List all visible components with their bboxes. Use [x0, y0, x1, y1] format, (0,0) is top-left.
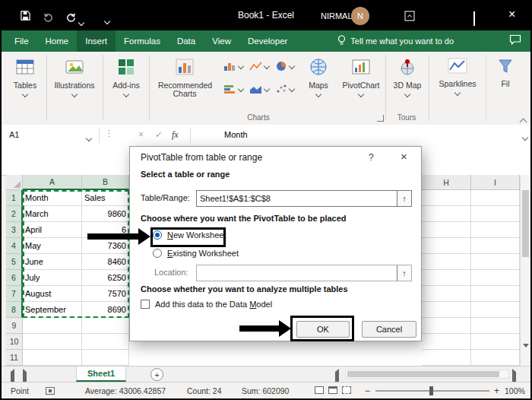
- cell-I4[interactable]: [471, 238, 520, 254]
- maps-button[interactable]: Maps: [301, 55, 336, 114]
- cell-A4[interactable]: May: [23, 238, 82, 254]
- tell-me-box[interactable]: Tell me what you want to do: [337, 35, 454, 47]
- new-sheet-button[interactable]: +: [150, 368, 163, 381]
- row-header-11[interactable]: 11: [6, 350, 23, 366]
- insert-bar-chart-button[interactable]: [223, 84, 243, 94]
- radio-existing-worksheet[interactable]: [153, 249, 162, 258]
- redo-icon[interactable]: [65, 11, 77, 25]
- cell-A2[interactable]: March: [23, 206, 82, 222]
- tab-data[interactable]: Data: [169, 30, 204, 52]
- row-header-5[interactable]: 5: [6, 254, 23, 270]
- insert-column-chart-button[interactable]: [223, 61, 243, 71]
- save-icon[interactable]: [20, 10, 31, 24]
- tab-formulas[interactable]: Formulas: [116, 30, 169, 52]
- filters-button[interactable]: Fil: [488, 55, 523, 114]
- row-header-7[interactable]: 7: [6, 286, 23, 302]
- table-range-input[interactable]: [197, 191, 397, 206]
- cell-I6[interactable]: [471, 270, 520, 286]
- name-box-dropdown-icon[interactable]: [87, 133, 91, 142]
- zoom-level[interactable]: 100%: [505, 386, 525, 395]
- formula-content[interactable]: Month: [224, 130, 248, 139]
- status-count[interactable]: Count: 24: [187, 386, 222, 395]
- comments-icon[interactable]: [509, 34, 521, 48]
- tab-view[interactable]: View: [204, 30, 239, 52]
- zoom-slider-thumb[interactable]: [429, 386, 433, 395]
- cell-B9[interactable]: [82, 318, 129, 334]
- insert-function-icon[interactable]: fx: [172, 129, 179, 141]
- existing-worksheet-option[interactable]: Existing Worksheet: [153, 249, 239, 258]
- expand-formula-bar-icon[interactable]: [523, 132, 527, 141]
- cell-B5[interactable]: 8460: [82, 254, 129, 270]
- row-header-4[interactable]: 4: [6, 238, 23, 254]
- drag-handle-icon[interactable]: ⋮: [105, 129, 113, 138]
- row-header-8[interactable]: 8: [6, 302, 23, 318]
- page-layout-view-icon[interactable]: [328, 386, 337, 394]
- location-input[interactable]: [197, 265, 397, 281]
- avatar[interactable]: N: [351, 7, 369, 25]
- column-header-H[interactable]: H: [422, 175, 471, 190]
- formula-enter-icon[interactable]: ✓: [155, 129, 163, 140]
- horizontal-scrollbar[interactable]: [345, 370, 509, 379]
- tables-button[interactable]: Tables: [6, 55, 44, 114]
- vertical-scroll-thumb[interactable]: [522, 190, 529, 257]
- cell-H7[interactable]: [422, 286, 471, 302]
- cell-A11[interactable]: [23, 350, 82, 366]
- redo-dropdown-icon[interactable]: [79, 14, 84, 28]
- cell-H4[interactable]: [422, 238, 471, 254]
- cell-H10[interactable]: [422, 334, 471, 350]
- name-box[interactable]: A1: [9, 130, 19, 139]
- column-header-I[interactable]: I: [471, 175, 520, 190]
- ribbon-display-options-icon[interactable]: [404, 11, 415, 24]
- location-range-select-button[interactable]: ↑: [397, 265, 411, 281]
- cell-A1[interactable]: Month: [23, 190, 82, 206]
- row-header-3[interactable]: 3: [6, 222, 23, 238]
- column-header-A[interactable]: A: [23, 175, 82, 190]
- column-header-B[interactable]: B: [82, 175, 129, 190]
- cell-A9[interactable]: [23, 318, 82, 334]
- tab-file[interactable]: File: [6, 30, 37, 52]
- row-header-1[interactable]: 1: [6, 190, 23, 206]
- cell-I8[interactable]: [471, 302, 520, 318]
- cell-A8[interactable]: September: [23, 302, 82, 318]
- cell-H1[interactable]: [422, 190, 471, 206]
- row-header-10[interactable]: 10: [6, 334, 23, 350]
- cell-H11[interactable]: [422, 350, 471, 366]
- cell-B7[interactable]: 7570: [82, 286, 129, 302]
- insert-area-chart-button[interactable]: [249, 84, 269, 94]
- vertical-scrollbar[interactable]: [520, 175, 530, 366]
- checkbox-data-model[interactable]: [141, 300, 150, 309]
- table-range-select-button[interactable]: ↑: [397, 191, 411, 206]
- cell-A10[interactable]: [23, 334, 82, 350]
- normal-view-icon[interactable]: [315, 386, 324, 394]
- cell-B1[interactable]: Sales: [82, 190, 129, 206]
- insert-line-chart-button[interactable]: [249, 61, 269, 71]
- row-header-9[interactable]: 9: [6, 318, 23, 334]
- cell-I5[interactable]: [471, 254, 520, 270]
- cell-H6[interactable]: [422, 270, 471, 286]
- cell-H3[interactable]: [422, 222, 471, 238]
- cell-B6[interactable]: 6250: [82, 270, 129, 286]
- sheet-tab-sheet1[interactable]: Sheet1: [76, 367, 126, 382]
- status-sum[interactable]: Sum: 602090: [242, 386, 289, 395]
- horizontal-scroll-thumb[interactable]: [347, 371, 499, 377]
- zoom-in-button[interactable]: +: [494, 386, 499, 396]
- cell-H8[interactable]: [422, 302, 471, 318]
- cell-I2[interactable]: [471, 206, 520, 222]
- account-name[interactable]: NIRMAL: [321, 11, 353, 21]
- cell-A7[interactable]: August: [23, 286, 82, 302]
- tab-insert[interactable]: Insert: [77, 30, 116, 52]
- insert-pie-chart-button[interactable]: [275, 61, 294, 71]
- illustrations-button[interactable]: Illustrations: [49, 55, 100, 114]
- page-break-view-icon[interactable]: [342, 386, 351, 394]
- cancel-button[interactable]: Cancel: [362, 321, 416, 338]
- formula-cancel-icon[interactable]: ×: [138, 129, 144, 140]
- cell-I7[interactable]: [471, 286, 520, 302]
- macro-record-icon[interactable]: [46, 387, 55, 395]
- cell-B11[interactable]: [82, 350, 129, 366]
- cell-A6[interactable]: July: [23, 270, 82, 286]
- sparklines-button[interactable]: Sparklines: [432, 55, 483, 114]
- cell-A3[interactable]: April: [23, 222, 82, 238]
- undo-icon[interactable]: [43, 11, 54, 25]
- charts-dialog-launcher-icon[interactable]: [377, 115, 384, 122]
- cell-I1[interactable]: [471, 190, 520, 206]
